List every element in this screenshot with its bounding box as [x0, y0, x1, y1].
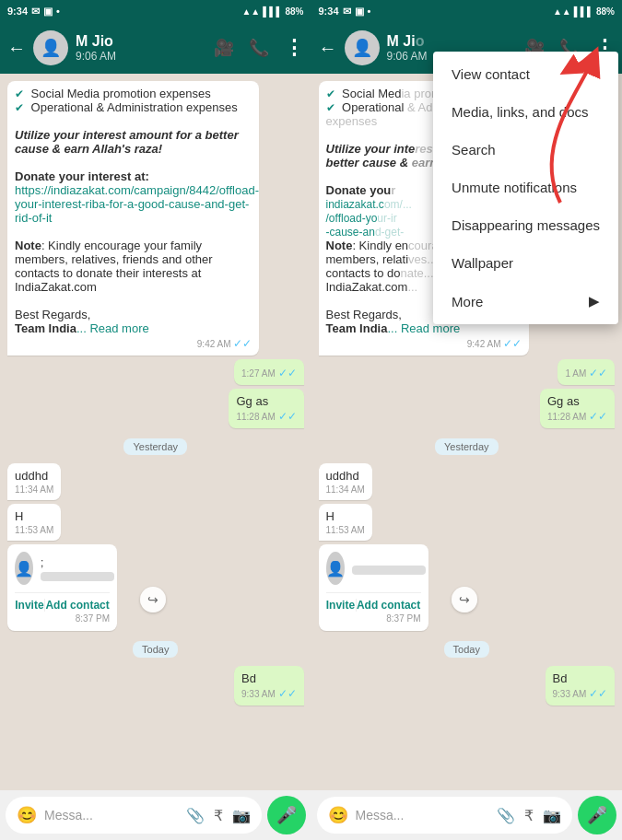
- dropdown-item-search-label: Search: [452, 142, 496, 158]
- msg-text-3-right: Gg as: [547, 394, 580, 408]
- right-panel: 9:34 ✉ ▣ • ▲▲ ▌▌▌ 88% ← 👤 M Jio 9:06 AM …: [311, 0, 623, 840]
- call-button-left[interactable]: 📞: [249, 38, 269, 58]
- divider-yesterday-label-right: Yesterday: [435, 438, 499, 455]
- rupee-icon-left[interactable]: ₹: [214, 807, 223, 824]
- emoji-icon-right[interactable]: 😊: [328, 805, 348, 825]
- avatar-right: 👤: [345, 30, 380, 65]
- input-field-right[interactable]: 😊 Messa... 📎 ₹ 📷: [317, 797, 573, 834]
- contact-card-info-right: [352, 563, 426, 575]
- contact-name-left: M Jio: [76, 33, 206, 50]
- wifi-icon-left: ▲▲: [241, 6, 260, 17]
- contact-card-blurred-left: [41, 572, 114, 581]
- emoji-icon-left[interactable]: 😊: [17, 805, 37, 825]
- rupee-icon-right[interactable]: ₹: [524, 807, 534, 824]
- msg-regards: Best Regards,Team India... Read more: [15, 308, 252, 335]
- msg-bold-italic: Utilize your interest amount for a bette…: [15, 128, 252, 156]
- sim-icon-left: ▣: [43, 6, 53, 18]
- msg-line-2: ✔ Operational & Administration expenses: [15, 100, 252, 114]
- msg-time-6-left: 11:53 AM: [15, 525, 53, 535]
- contact-card-left: 👤 ; Invite Add contact 8:37 PM: [7, 544, 117, 631]
- camera-icon-left[interactable]: 📷: [232, 807, 251, 824]
- divider-today-label-left: Today: [133, 641, 178, 658]
- dropdown-item-more-label: More: [452, 294, 483, 309]
- attach-icon-left[interactable]: 📎: [186, 807, 205, 824]
- header-icons-left: 🎥 📞 ⋮: [214, 36, 304, 60]
- message-6-right: H 11:53 AM: [319, 504, 372, 541]
- input-bar-left: 😊 Messa... 📎 ₹ 📷 🎤: [0, 790, 311, 840]
- message-9-left: Bd 9:33 AM ✓✓: [234, 666, 303, 706]
- dropdown-item-view-contact[interactable]: View contact: [433, 55, 618, 93]
- email-icon-right: ✉: [343, 6, 351, 18]
- mic-button-left[interactable]: 🎤: [267, 796, 306, 834]
- read-more-link-left[interactable]: ... Read more: [76, 321, 149, 335]
- message-3-left: Gg as 11:28 AM ✓✓: [229, 389, 303, 428]
- input-placeholder-left: Messa...: [44, 808, 179, 822]
- forward-button-left[interactable]: ↪: [140, 587, 166, 612]
- contact-card-info-left: ;: [41, 556, 114, 581]
- dropdown-item-unmute[interactable]: Unmute notifications: [433, 169, 618, 206]
- camera-icon-right[interactable]: 📷: [543, 807, 561, 824]
- wifi-icon-right: ▲▲: [553, 6, 571, 17]
- forward-button-right[interactable]: ↪: [452, 587, 477, 612]
- donate-link-right[interactable]: indiazakat.com/.../offload-your-ir-cause…: [326, 198, 412, 239]
- divider-today-left: Today: [7, 640, 304, 657]
- contact-card-wrapper-right: 👤 Invite Add contact 8:37 PM ↪: [319, 544, 448, 631]
- msg-time-2-right: 1 AM ✓✓: [565, 367, 607, 379]
- add-contact-button-right[interactable]: Add contact: [357, 599, 420, 612]
- contact-card-time-left: 8:37 PM: [15, 613, 110, 624]
- dropdown-item-media-label: Media, links, and docs: [452, 104, 588, 120]
- dot-icon-right: •: [368, 6, 371, 17]
- msg-text-6-left: H: [15, 509, 23, 523]
- message-2-right: 1 AM ✓✓: [557, 359, 615, 385]
- status-bar-left: 9:34 ✉ ▣ • ▲▲ ▌▌▌ 88%: [0, 0, 311, 22]
- msg-text-9-left: Bd: [241, 671, 256, 685]
- invite-button-right[interactable]: Invite: [326, 599, 355, 612]
- signal-icon-right: ▌▌▌: [574, 6, 593, 17]
- msg-donate: Donate your interest at: https://indiaza…: [15, 169, 252, 225]
- mic-button-right[interactable]: 🎤: [578, 796, 616, 834]
- input-placeholder-right: Messa...: [356, 808, 490, 822]
- msg-time-3-right: 11:28 AM ✓✓: [547, 410, 607, 423]
- battery-left: 88%: [285, 6, 303, 17]
- dropdown-item-wallpaper[interactable]: Wallpaper: [433, 244, 618, 282]
- dropdown-item-disappearing[interactable]: Disappearing messages: [433, 206, 618, 244]
- contact-card-avatar-right: 👤: [326, 552, 345, 585]
- msg-time-6-right: 11:53 AM: [326, 525, 365, 535]
- status-time-left: 9:34 ✉ ▣ •: [7, 6, 60, 18]
- time-left: 9:34: [7, 6, 28, 17]
- msg-text-3-left: Gg as: [236, 394, 268, 408]
- dropdown-item-search[interactable]: Search: [433, 131, 618, 169]
- status-bar-right: 9:34 ✉ ▣ • ▲▲ ▌▌▌ 88%: [311, 0, 623, 22]
- back-button-right[interactable]: ←: [319, 38, 337, 59]
- add-contact-button-left[interactable]: Add contact: [45, 599, 109, 612]
- attach-icon-right[interactable]: 📎: [497, 807, 515, 824]
- chat-header-left: ← 👤 M Jio 9:06 AM 🎥 📞 ⋮: [0, 22, 311, 74]
- input-field-left[interactable]: 😊 Messa... 📎 ₹ 📷: [6, 797, 262, 834]
- msg-text-5-left: uddhd: [15, 469, 48, 483]
- message-3-right: Gg as 11:28 AM ✓✓: [540, 389, 615, 428]
- battery-right: 88%: [596, 6, 615, 17]
- left-panel: 9:34 ✉ ▣ • ▲▲ ▌▌▌ 88% ← 👤 M Jio 9:06 AM …: [0, 0, 311, 840]
- msg-time-9-right: 9:33 AM ✓✓: [553, 687, 607, 700]
- msg-time-1-right: 9:42 AM ✓✓: [326, 337, 522, 350]
- msg-time-9-left: 9:33 AM ✓✓: [241, 687, 296, 700]
- dropdown-menu: View contact Media, links, and docs Sear…: [433, 52, 618, 324]
- msg-time-5-right: 11:34 AM: [326, 484, 365, 495]
- dropdown-item-media[interactable]: Media, links, and docs: [433, 93, 618, 131]
- avatar-left: 👤: [33, 30, 68, 65]
- contact-card-inner-left: 👤 ;: [15, 552, 110, 593]
- invite-button-left[interactable]: Invite: [15, 599, 43, 612]
- contact-card-actions-right: Invite Add contact: [326, 593, 421, 612]
- msg-time-5-left: 11:34 AM: [15, 484, 53, 495]
- donate-link[interactable]: https://indiazakat.com/campaign/8442/off…: [15, 183, 259, 225]
- msg-time-1-left: 9:42 AM ✓✓: [15, 337, 252, 350]
- back-button-left[interactable]: ←: [7, 38, 26, 59]
- divider-yesterday-right: Yesterday: [319, 438, 616, 454]
- more-button-left[interactable]: ⋮: [284, 36, 304, 60]
- dropdown-item-wallpaper-label: Wallpaper: [452, 255, 513, 271]
- contact-card-right: 👤 Invite Add contact 8:37 PM: [319, 544, 428, 631]
- dropdown-item-view-contact-label: View contact: [452, 66, 530, 82]
- video-call-button-left[interactable]: 🎥: [214, 38, 234, 58]
- dropdown-item-more[interactable]: More ▶: [433, 282, 618, 321]
- status-icons-left: ▲▲ ▌▌▌ 88%: [241, 6, 303, 17]
